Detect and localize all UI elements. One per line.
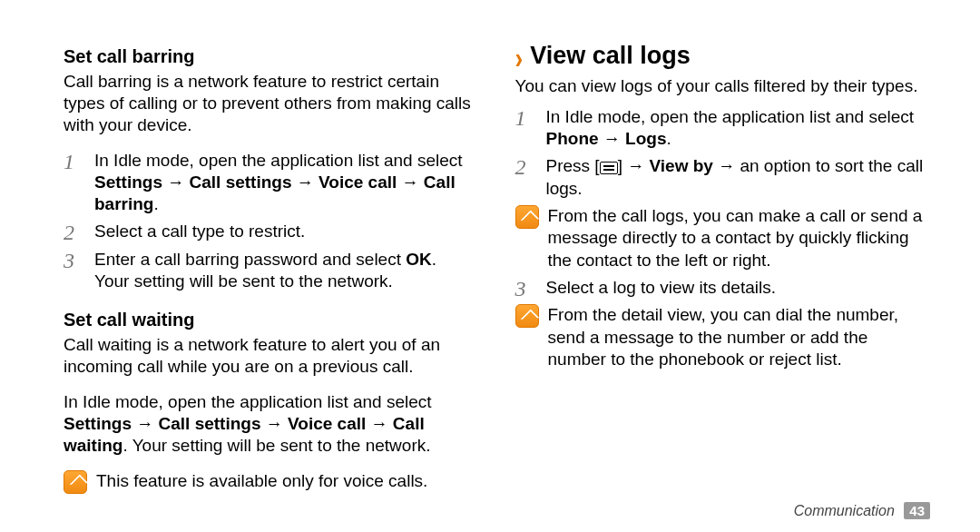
heading-call-waiting: Set call waiting <box>64 309 479 332</box>
step-number: 1 <box>64 151 85 172</box>
note-text: From the detail view, you can dial the n… <box>548 304 931 370</box>
text: . <box>432 250 436 269</box>
text: Your setting will be sent to the network… <box>94 271 479 292</box>
chevron-right-icon: › <box>515 38 524 77</box>
text: . Your setting will be sent to the netwo… <box>122 436 430 455</box>
step-text: In Idle mode, open the application list … <box>546 106 931 151</box>
text: . <box>153 194 158 213</box>
step-text: Select a log to view its details. <box>546 277 931 299</box>
steps-call-barring: 1 In Idle mode, open the application lis… <box>64 150 479 293</box>
steps-view-logs: 1 In Idle mode, open the application lis… <box>515 106 931 370</box>
text: In Idle mode, open the application list … <box>64 392 432 411</box>
step-number: 3 <box>64 250 85 271</box>
text: Enter a call barring password and select <box>94 250 406 269</box>
text: In Idle mode, open the application list … <box>94 151 463 170</box>
heading-view-call-logs: View call logs <box>530 40 691 72</box>
note-icon <box>515 205 539 229</box>
view-by-bold: View by <box>649 156 712 175</box>
step-number: 2 <box>515 156 537 178</box>
intro-call-barring: Call barring is a network feature to res… <box>64 71 479 137</box>
step-1: 1 In Idle mode, open the application lis… <box>515 106 931 151</box>
step-text: Press [] → View by → an option to sort t… <box>546 155 931 200</box>
note-text: This feature is available only for voice… <box>96 470 479 492</box>
left-column: Set call barring Call barring is a netwo… <box>64 45 479 514</box>
step-2: 2 Select a call type to restrict. <box>64 221 479 242</box>
text: . <box>667 129 671 148</box>
step-text: Select a call type to restrict. <box>94 221 479 242</box>
page-footer: Communication 43 <box>794 502 930 519</box>
manual-page: Set call barring Call barring is a netwo… <box>0 0 980 532</box>
heading-call-barring: Set call barring <box>64 45 479 69</box>
text: ] → <box>618 156 650 175</box>
note-flick-contact: From the call logs, you can make a call … <box>515 205 931 271</box>
right-column: › View call logs You can view logs of yo… <box>515 45 931 514</box>
step-3: 3 Enter a call barring password and sele… <box>64 249 479 293</box>
text: In Idle mode, open the application list … <box>546 107 915 126</box>
note-icon <box>515 304 539 328</box>
note-detail-view: From the detail view, you can dial the n… <box>515 304 931 370</box>
step-text: Enter a call barring password and select… <box>94 249 479 293</box>
step-number: 1 <box>515 107 537 129</box>
step-number: 3 <box>515 278 537 300</box>
intro-call-waiting: Call waiting is a network feature to ale… <box>64 334 479 379</box>
section-heading-row: › View call logs <box>515 40 931 72</box>
footer-section: Communication <box>794 503 895 518</box>
body-call-waiting: In Idle mode, open the application list … <box>64 391 479 458</box>
step-number: 2 <box>64 222 85 243</box>
step-2: 2 Press [] → View by → an option to sort… <box>515 155 931 200</box>
menu-icon <box>600 162 618 174</box>
intro-view-logs: You can view logs of your calls filtered… <box>515 75 931 97</box>
note-text: From the call logs, you can make a call … <box>548 205 931 271</box>
note-voice-only: This feature is available only for voice… <box>64 470 479 494</box>
step-1: 1 In Idle mode, open the application lis… <box>64 150 479 216</box>
path-bold: Settings → Call settings → Voice call → … <box>94 172 456 213</box>
text: Press [ <box>546 156 600 175</box>
step-3: 3 Select a log to view its details. <box>515 277 931 299</box>
step-text: In Idle mode, open the application list … <box>94 150 479 216</box>
path-bold: Phone → Logs <box>546 129 667 148</box>
note-icon <box>64 470 87 494</box>
footer-page-number: 43 <box>904 502 930 519</box>
ok-bold: OK <box>406 250 432 269</box>
